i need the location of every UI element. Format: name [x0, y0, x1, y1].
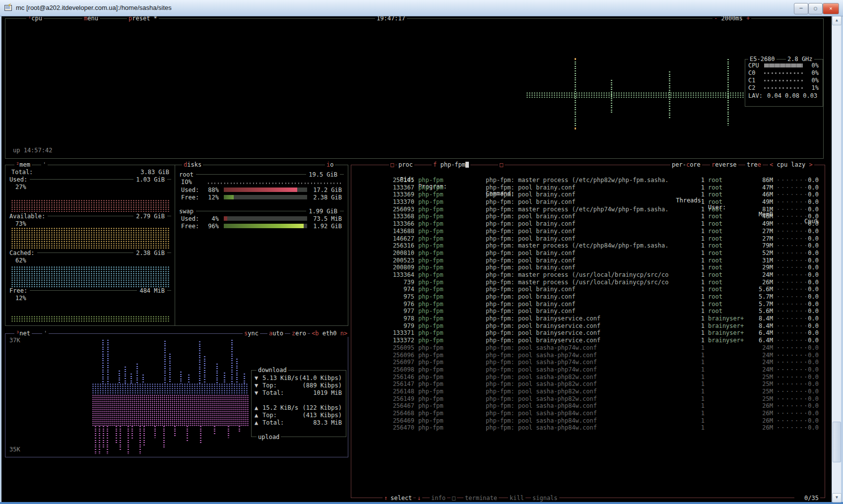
- process-row[interactable]: 256145php-fpmphp-fpm: master process (/e…: [352, 177, 823, 184]
- process-user: root: [708, 308, 722, 315]
- process-row[interactable]: 256098php-fpmphp-fpm: pool sasha-php74w.…: [352, 366, 823, 373]
- process-row[interactable]: 200810php-fpmphp-fpm: pool brainy.conf1r…: [352, 250, 823, 256]
- process-threads: 1: [669, 337, 705, 344]
- net-upload-spike: [200, 426, 201, 443]
- signals-button[interactable]: signals: [531, 495, 559, 502]
- process-program: php-fpm: [418, 337, 444, 344]
- process-cpu: 0.0: [799, 402, 819, 409]
- disk-swap-used-bar: [224, 216, 307, 221]
- scroll-up-button[interactable]: ▲: [832, 16, 842, 25]
- select-button[interactable]: select: [389, 495, 413, 502]
- process-command: php-fpm: pool brainy.conf: [486, 301, 694, 308]
- disks-io-toggle[interactable]: io: [325, 161, 335, 168]
- process-pid: 256093: [372, 206, 414, 213]
- process-row[interactable]: 978php-fpmphp-fpm: pool brainyservice.co…: [352, 315, 823, 322]
- process-row[interactable]: 256096php-fpmphp-fpm: pool sasha-php74w.…: [352, 352, 823, 359]
- process-row[interactable]: 133366php-fpmphp-fpm: pool brainy.conf1r…: [352, 220, 823, 227]
- process-command: php-fpm: pool brainy.conf: [486, 235, 694, 242]
- process-cpu: 0.0: [799, 271, 819, 278]
- process-row[interactable]: 256469php-fpmphp-fpm: pool sasha-php84w.…: [352, 417, 823, 424]
- upload-arrow-icon: ▲: [255, 404, 258, 411]
- select-down-arrow[interactable]: ↓: [416, 495, 422, 502]
- terminal-scrollbar[interactable]: ▲ ▼: [832, 16, 841, 502]
- process-row[interactable]: 256095php-fpmphp-fpm: pool sasha-php74w.…: [352, 344, 823, 351]
- process-row[interactable]: 256467php-fpmphp-fpm: pool sasha-php84w.…: [352, 402, 823, 409]
- cpu-usage-graph: [5, 19, 823, 158]
- window-titlebar[interactable]: ⚡ mc [root@a202.itdeveloper.com.ua]:/hom…: [0, 0, 843, 16]
- mem-graph-toggle[interactable]: ': [41, 161, 48, 168]
- scroll-down-button[interactable]: ▼: [832, 493, 842, 503]
- process-pid: 977: [372, 308, 414, 315]
- process-mem: 86M: [744, 177, 773, 184]
- process-cpu: 0.0: [799, 344, 819, 351]
- process-row[interactable]: 200809php-fpmphp-fpm: pool brainy.conf1r…: [352, 264, 823, 271]
- process-cpu: 0.0: [799, 395, 819, 402]
- process-row[interactable]: 133368php-fpmphp-fpm: pool brainy.conf1r…: [352, 213, 823, 220]
- process-row[interactable]: 143688php-fpmphp-fpm: pool brainy.conf1r…: [352, 228, 823, 235]
- mem-tab[interactable]: ²mem: [14, 161, 32, 168]
- process-mem: 49M: [744, 220, 773, 227]
- terminate-button[interactable]: terminate: [463, 495, 499, 502]
- process-row[interactable]: 256147php-fpmphp-fpm: pool sasha-php82w.…: [352, 380, 823, 387]
- process-row[interactable]: 256470php-fpmphp-fpm: pool sasha-php84w.…: [352, 424, 823, 431]
- process-command: php-fpm: pool brainy.conf: [486, 293, 694, 300]
- close-button[interactable]: ✕: [823, 3, 839, 14]
- process-mem: 46M: [744, 213, 773, 220]
- process-mem: 26M: [744, 402, 773, 409]
- process-program: php-fpm: [418, 264, 444, 271]
- process-command: php-fpm: pool sasha-php82w.conf: [486, 374, 694, 380]
- process-row[interactable]: 133369php-fpmphp-fpm: pool brainy.conf1r…: [352, 191, 823, 198]
- process-row[interactable]: 133372php-fpmphp-fpm: pool brainyservice…: [352, 337, 823, 344]
- process-row[interactable]: 133370php-fpmphp-fpm: pool brainy.conf1r…: [352, 198, 823, 205]
- process-row[interactable]: 256093php-fpmphp-fpm: master process (/e…: [352, 206, 823, 213]
- process-row[interactable]: 256149php-fpmphp-fpm: pool sasha-php82w.…: [352, 395, 823, 402]
- process-program: php-fpm: [418, 315, 444, 322]
- kill-button[interactable]: kill: [508, 495, 525, 502]
- process-command: php-fpm: pool brainy.conf: [486, 250, 694, 256]
- net-upload-spike: [214, 426, 215, 435]
- process-program: php-fpm: [418, 220, 444, 227]
- scrollbar-thumb[interactable]: [833, 422, 841, 462]
- select-up-arrow[interactable]: ↑: [383, 495, 389, 502]
- process-row[interactable]: 256148php-fpmphp-fpm: pool sasha-php82w.…: [352, 388, 823, 395]
- disk-root-size: 19.5 GiB: [309, 171, 337, 178]
- process-cpu: 0.0: [799, 380, 819, 387]
- process-command: php-fpm: pool sasha-php84w.conf: [486, 424, 694, 431]
- process-mem: 52M: [744, 250, 773, 256]
- load-average-label: LAV:: [748, 92, 763, 99]
- process-cpu: 0.0: [799, 359, 819, 366]
- process-cpu: 0.0: [799, 374, 819, 380]
- process-user: brainyser+: [708, 329, 744, 336]
- process-row[interactable]: 256146php-fpmphp-fpm: pool sasha-php82w.…: [352, 374, 823, 380]
- process-row[interactable]: 977php-fpmphp-fpm: pool brainy.conf1root…: [352, 308, 823, 315]
- process-row[interactable]: 146627php-fpmphp-fpm: pool brainy.conf1r…: [352, 235, 823, 242]
- process-cpu: 0.0: [799, 329, 819, 336]
- process-row[interactable]: 739php-fpmphp-fpm: master process (/usr/…: [352, 279, 823, 286]
- process-row[interactable]: 133364php-fpmphp-fpm: master process (/u…: [352, 271, 823, 278]
- process-row[interactable]: 979php-fpmphp-fpm: pool brainyservice.co…: [352, 322, 823, 329]
- disks-tab[interactable]: disks: [182, 161, 203, 168]
- process-row[interactable]: 974php-fpmphp-fpm: pool brainy.conf1root…: [352, 286, 823, 293]
- process-row[interactable]: 976php-fpmphp-fpm: pool brainy.conf1root…: [352, 301, 823, 308]
- process-row[interactable]: 256316php-fpmphp-fpm: master process (/e…: [352, 242, 823, 249]
- process-row[interactable]: 133367php-fpmphp-fpm: pool brainy.conf1r…: [352, 184, 823, 191]
- process-row[interactable]: 133371php-fpmphp-fpm: pool brainyservice…: [352, 329, 823, 336]
- process-row[interactable]: 256097php-fpmphp-fpm: pool sasha-php74w.…: [352, 359, 823, 366]
- process-user: root: [708, 279, 722, 286]
- info-button[interactable]: info: [430, 495, 447, 502]
- process-threads: 1: [669, 329, 705, 336]
- process-cpu: 0.0: [799, 206, 819, 213]
- process-program: php-fpm: [418, 359, 444, 366]
- mem-available-value: 2.79 GiB: [136, 213, 165, 220]
- process-command: php-fpm: pool sasha-php84w.conf: [486, 402, 694, 409]
- process-user: root: [708, 293, 722, 300]
- minimize-icon: ─: [799, 5, 802, 11]
- process-row[interactable]: 975php-fpmphp-fpm: pool brainy.conf1root…: [352, 293, 823, 300]
- process-row[interactable]: 200523php-fpmphp-fpm: pool brainy.conf1r…: [352, 257, 823, 264]
- net-download-spike: [102, 340, 104, 383]
- minimize-button[interactable]: ─: [794, 3, 808, 14]
- process-row[interactable]: 256468php-fpmphp-fpm: pool sasha-php84w.…: [352, 410, 823, 417]
- process-threads: 1: [669, 417, 705, 424]
- maximize-button[interactable]: ▢: [808, 3, 823, 14]
- process-command: php-fpm: pool sasha-php74w.conf: [486, 352, 694, 359]
